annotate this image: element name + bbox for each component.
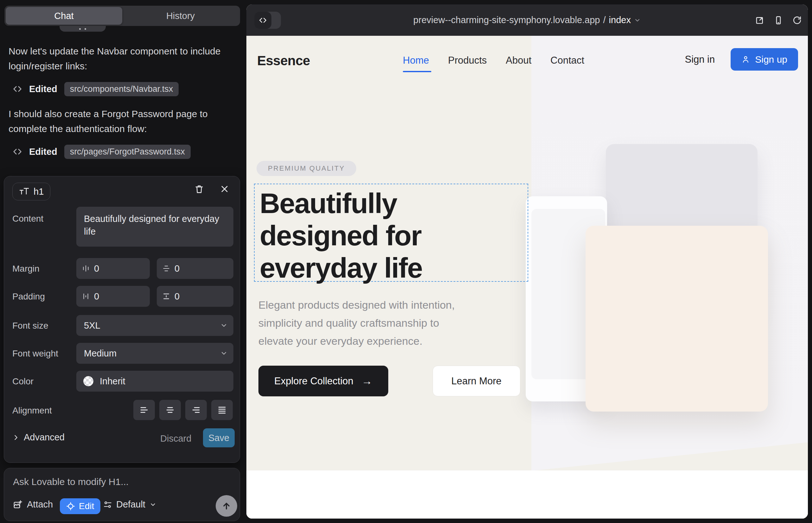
padding-vertical-icon (162, 292, 170, 300)
edited-file-row: Edited src/components/Navbar.tsx (13, 82, 179, 96)
margin-vertical-icon (162, 265, 170, 272)
file-chip[interactable]: src/pages/ForgotPassword.tsx (64, 145, 191, 159)
align-right-button[interactable] (185, 400, 207, 420)
nav-link-products[interactable]: Products (448, 55, 487, 66)
image-plus-icon (13, 500, 22, 509)
preview-frame: preview--charming-site-symphony.lovable.… (246, 4, 808, 519)
color-value: Inherit (100, 376, 125, 386)
chevron-down-icon (149, 501, 156, 508)
active-nav-underline (403, 71, 431, 72)
toolbar-actions (755, 4, 802, 36)
preview-toolbar: preview--charming-site-symphony.lovable.… (246, 4, 808, 36)
tab-history[interactable]: History (122, 6, 239, 26)
content-input[interactable]: Beautifully designed for everyday life (76, 207, 233, 247)
mode-select[interactable]: Default (103, 499, 156, 510)
tab-chat[interactable]: Chat (6, 7, 122, 25)
preview-path: index (609, 15, 631, 25)
explore-collection-button[interactable]: Explore Collection → (259, 366, 388, 396)
auth-actions: Sign in Sign up (685, 48, 798, 71)
code-icon[interactable] (254, 12, 271, 29)
person-icon (741, 55, 750, 64)
align-justify-button[interactable] (211, 400, 233, 420)
close-icon[interactable] (220, 184, 229, 194)
hero-heading[interactable]: Beautifully designed for everyday life (260, 187, 422, 284)
type-icon (19, 187, 30, 196)
chevron-down-icon (220, 349, 228, 357)
font-weight-select[interactable]: Medium (76, 343, 233, 364)
mobile-icon[interactable] (773, 15, 783, 25)
chevron-down-icon (634, 17, 641, 24)
element-editor-panel: h1 Content Beautifully designed for ever… (4, 176, 240, 463)
nav-link-about[interactable]: About (506, 55, 531, 66)
cta-primary-label: Explore Collection (274, 376, 353, 387)
padding-y-input[interactable]: 0 (157, 286, 233, 307)
color-swatch (83, 376, 93, 386)
below-fold-section (246, 470, 808, 519)
app-window: Chat History Now let's update the Navbar… (0, 0, 812, 523)
edited-label: Edited (29, 84, 57, 94)
url-separator: / (603, 15, 605, 25)
padding-x-input[interactable]: 0 (76, 286, 150, 307)
font-weight-value: Medium (84, 348, 117, 359)
align-center-button[interactable] (159, 400, 181, 420)
chevron-down-icon (220, 322, 228, 329)
url-bar[interactable]: preview--charming-site-symphony.lovable.… (413, 4, 641, 36)
selected-element-tag[interactable]: h1 (12, 183, 50, 200)
discard-button[interactable]: Discard (160, 433, 191, 444)
site-canvas: Essence Home Products About Contact Sign… (246, 36, 808, 519)
margin-x-input[interactable]: 0 (76, 258, 150, 279)
margin-horizontal-icon (82, 265, 90, 272)
edit-label: Edit (79, 501, 94, 511)
font-size-label: Font size (12, 321, 49, 331)
hero-badge: PREMIUM QUALITY (257, 161, 356, 176)
nav-link-contact[interactable]: Contact (550, 55, 584, 66)
font-size-value: 5XL (84, 320, 100, 331)
hero-subtext: Elegant products designed with intention… (259, 296, 455, 350)
chat-composer: Ask Lovable to modify H1... Attach Edit … (4, 468, 240, 521)
site-nav: Home Products About Contact (403, 55, 584, 66)
color-select[interactable]: Inherit (76, 371, 233, 392)
margin-y-input[interactable]: 0 (157, 258, 233, 279)
code-icon (13, 84, 22, 94)
nav-link-home[interactable]: Home (403, 55, 429, 66)
padding-y-value: 0 (175, 291, 180, 302)
edited-label: Edited (29, 147, 57, 157)
chat-history-tabbar: Chat History (4, 6, 240, 26)
site-brand[interactable]: Essence (257, 53, 310, 68)
file-chip[interactable]: src/components/Navbar.tsx (64, 82, 179, 96)
advanced-toggle[interactable]: Advanced (12, 432, 65, 443)
refresh-icon[interactable] (792, 15, 802, 25)
chat-message: I should also create a Forgot Password p… (8, 106, 224, 136)
code-icon (13, 147, 22, 157)
arrow-right-icon: → (362, 375, 372, 387)
external-link-icon[interactable] (755, 15, 765, 25)
sign-in-link[interactable]: Sign in (685, 54, 715, 65)
sign-up-button[interactable]: Sign up (730, 48, 798, 71)
arrow-up-icon (222, 501, 231, 511)
decor-card-peach (586, 226, 768, 412)
font-size-select[interactable]: 5XL (76, 315, 233, 336)
learn-more-button[interactable]: Learn More (433, 366, 520, 396)
attach-label: Attach (27, 499, 53, 510)
save-button[interactable]: Save (203, 428, 235, 447)
padding-horizontal-icon (82, 292, 90, 300)
scrolled-chip-partial[interactable] (59, 26, 106, 32)
margin-y-value: 0 (175, 264, 180, 274)
mode-label: Default (116, 499, 145, 510)
edit-mode-button[interactable]: Edit (60, 498, 100, 514)
trash-icon[interactable] (194, 184, 204, 194)
edited-file-row: Edited src/pages/ForgotPassword.tsx (13, 144, 191, 159)
align-left-button[interactable] (133, 400, 155, 420)
margin-label: Margin (12, 264, 40, 274)
code-preview-toggle[interactable] (254, 12, 281, 29)
send-button[interactable] (216, 495, 237, 517)
target-icon (66, 502, 75, 511)
color-label: Color (12, 376, 34, 386)
sign-up-label: Sign up (755, 54, 787, 65)
attach-button[interactable]: Attach (13, 499, 53, 510)
composer-input[interactable]: Ask Lovable to modify H1... (13, 476, 128, 487)
font-weight-label: Font weight (12, 348, 58, 359)
content-label: Content (12, 214, 43, 224)
padding-label: Padding (12, 292, 45, 302)
chat-message: Now let's update the Navbar component to… (8, 44, 224, 73)
